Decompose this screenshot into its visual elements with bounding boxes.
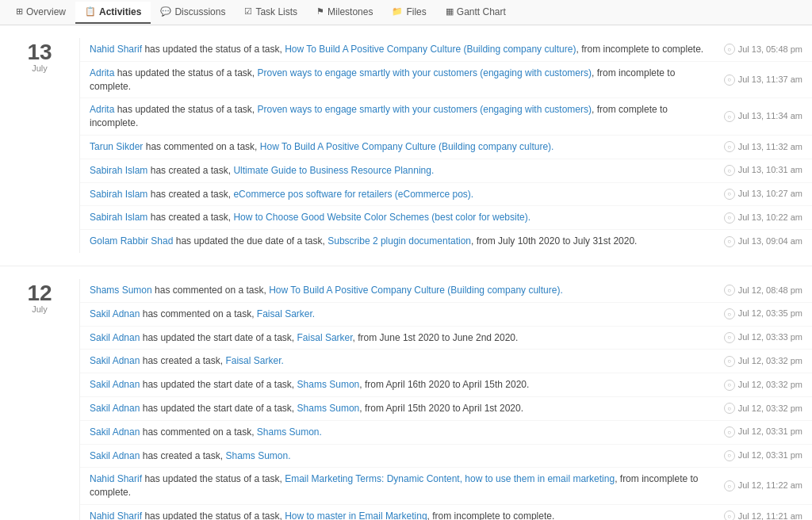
activity-time: ○Jul 13, 11:32 am xyxy=(724,141,802,153)
activity-task-link[interactable]: How To Build A Positive Company Culture … xyxy=(269,285,563,296)
tab-gantt-chart[interactable]: ▦Gantt Chart xyxy=(436,2,515,24)
activity-item: Sakil Adnan has updated the start date o… xyxy=(80,397,812,421)
tab-overview[interactable]: ⊞Overview xyxy=(6,2,75,24)
activity-item: Nahid Sharif has updated the status of a… xyxy=(80,38,812,62)
activity-task-link[interactable]: Proven ways to engage smartly with your … xyxy=(257,104,592,115)
discussions-icon: 💬 xyxy=(160,6,171,17)
activity-task-link[interactable]: Subscribe 2 plugin documentation xyxy=(327,235,471,247)
activity-person-link[interactable]: Nahid Sharif xyxy=(90,510,142,520)
activity-task-link[interactable]: Ultimate Guide to Business Resource Plan… xyxy=(233,165,434,176)
activity-text: Nahid Sharif has updated the status of a… xyxy=(90,472,711,499)
time-text: Jul 12, 03:35 pm xyxy=(738,308,802,319)
activity-time: ○Jul 12, 11:21 am xyxy=(724,510,802,520)
time-text: Jul 12, 03:32 pm xyxy=(738,355,802,367)
files-icon: 📁 xyxy=(392,6,403,17)
time-text: Jul 13, 11:37 am xyxy=(738,74,802,86)
activity-item: Tarun Sikder has commented on a task, Ho… xyxy=(80,136,812,159)
day-number: 13 xyxy=(0,41,79,63)
activity-person-link[interactable]: Sakil Adnan xyxy=(90,403,140,414)
activity-text: Sakil Adnan has created a task, Faisal S… xyxy=(90,354,711,368)
activity-task-link[interactable]: Faisal Sarker. xyxy=(257,308,315,319)
activity-person-link[interactable]: Shams Sumon xyxy=(90,285,152,296)
activity-time: ○Jul 12, 03:35 pm xyxy=(724,308,802,319)
activity-item: Adrita has updated the status of a task,… xyxy=(80,62,812,99)
activity-person-link[interactable]: Sakil Adnan xyxy=(90,355,140,366)
clock-icon: ○ xyxy=(724,165,735,176)
time-text: Jul 12, 11:21 am xyxy=(738,510,802,520)
activity-task-link[interactable]: How to master in Email Marketing xyxy=(285,510,427,520)
time-text: Jul 13, 05:48 pm xyxy=(738,44,802,55)
activity-time: ○Jul 12, 03:33 pm xyxy=(724,331,802,343)
task-lists-icon: ☑ xyxy=(244,6,252,17)
activity-task-link[interactable]: Faisal Sarker xyxy=(297,332,353,343)
activity-person-link[interactable]: Sakil Adnan xyxy=(90,332,140,343)
time-text: Jul 12, 03:32 pm xyxy=(738,403,802,415)
time-text: Jul 13, 10:27 am xyxy=(738,188,802,200)
time-text: Jul 12, 08:48 pm xyxy=(738,285,802,296)
clock-icon: ○ xyxy=(724,236,735,247)
activity-task-link[interactable]: How To Build A Positive Company Culture … xyxy=(285,44,576,55)
content: 13JulyNahid Sharif has updated the statu… xyxy=(0,25,812,520)
overview-icon: ⊞ xyxy=(16,6,23,17)
activity-task-link[interactable]: Email Marketing Terms: Dynamic Content, … xyxy=(285,473,615,484)
activity-person-link[interactable]: Adrita xyxy=(90,67,114,78)
activity-text: Sakil Adnan has commented on a task, Fai… xyxy=(90,308,711,321)
activity-time: ○Jul 12, 11:22 am xyxy=(724,480,802,491)
time-text: Jul 12, 03:31 pm xyxy=(738,449,802,461)
activity-text: Sakil Adnan has commented on a task, Sha… xyxy=(90,426,711,439)
time-text: Jul 13, 09:04 am xyxy=(738,235,802,247)
tab-bar: ⊞Overview📋Activities💬Discussions☑Task Li… xyxy=(0,0,812,25)
clock-icon: ○ xyxy=(724,141,735,152)
milestones-icon: ⚑ xyxy=(316,6,324,17)
activity-item: Sabirah Islam has created a task, eComme… xyxy=(80,183,812,207)
tab-task-lists[interactable]: ☑Task Lists xyxy=(235,2,307,24)
activity-text: Adrita has updated the status of a task,… xyxy=(90,103,711,130)
day-group-0: 13JulyNahid Sharif has updated the statu… xyxy=(0,25,812,266)
activities-icon: 📋 xyxy=(85,6,96,17)
clock-icon: ○ xyxy=(724,356,735,367)
activity-task-link[interactable]: Faisal Sarker. xyxy=(225,355,283,366)
tab-discussions[interactable]: 💬Discussions xyxy=(151,2,235,24)
day-month: July xyxy=(0,304,79,314)
activity-person-link[interactable]: Sabirah Islam xyxy=(90,212,147,223)
day-group-1: 12JulyShams Sumon has commented on a tas… xyxy=(0,266,812,520)
activity-person-link[interactable]: Nahid Sharif xyxy=(90,473,142,484)
activity-person-link[interactable]: Adrita xyxy=(90,104,114,115)
activity-person-link[interactable]: Sabirah Islam xyxy=(90,165,147,176)
time-text: Jul 12, 03:33 pm xyxy=(738,331,802,343)
activity-task-link[interactable]: How To Build A Positive Company Culture … xyxy=(260,141,554,152)
activity-task-link[interactable]: Shams Sumon. xyxy=(257,426,322,438)
activity-time: ○Jul 13, 10:27 am xyxy=(724,188,802,200)
activity-task-link[interactable]: Shams Sumon. xyxy=(225,450,290,461)
activity-person-link[interactable]: Sakil Adnan xyxy=(90,450,140,461)
gantt-chart-icon: ▦ xyxy=(446,6,454,17)
time-text: Jul 12, 03:31 pm xyxy=(738,426,802,438)
clock-icon: ○ xyxy=(724,332,735,343)
activity-text: Tarun Sikder has commented on a task, Ho… xyxy=(90,140,711,154)
tab-activities[interactable]: 📋Activities xyxy=(75,2,151,24)
activity-task-link[interactable]: Shams Sumon xyxy=(297,379,360,390)
activity-task-link[interactable]: How to Choose Good Website Color Schemes… xyxy=(233,212,530,223)
activities-list-1: Shams Sumon has commented on a task, How… xyxy=(79,279,812,520)
activity-person-link[interactable]: Sabirah Islam xyxy=(90,189,147,200)
activity-person-link[interactable]: Tarun Sikder xyxy=(90,141,143,152)
tab-files[interactable]: 📁Files xyxy=(382,2,435,24)
activity-task-link[interactable]: Proven ways to engage smartly with your … xyxy=(257,67,592,78)
activity-task-link[interactable]: Shams Sumon xyxy=(297,403,360,414)
activity-text: Sabirah Islam has created a task, How to… xyxy=(90,211,711,224)
activity-task-link[interactable]: eCommerce pos software for retailers (eC… xyxy=(233,189,473,200)
activity-text: Sakil Adnan has created a task, Shams Su… xyxy=(90,449,711,463)
activity-person-link[interactable]: Sakil Adnan xyxy=(90,426,140,438)
activity-item: Sakil Adnan has commented on a task, Fai… xyxy=(80,303,812,327)
activity-time: ○Jul 13, 11:37 am xyxy=(724,74,802,86)
activity-time: ○Jul 13, 10:22 am xyxy=(724,212,802,224)
clock-icon: ○ xyxy=(724,480,735,491)
tab-milestones[interactable]: ⚑Milestones xyxy=(307,2,382,24)
activity-item: Sakil Adnan has created a task, Faisal S… xyxy=(80,350,812,373)
time-text: Jul 13, 11:32 am xyxy=(738,141,802,153)
day-label-0: 13July xyxy=(0,38,79,253)
activity-person-link[interactable]: Nahid Sharif xyxy=(90,44,142,55)
activity-person-link[interactable]: Sakil Adnan xyxy=(90,379,140,390)
activity-person-link[interactable]: Golam Rabbir Shad xyxy=(90,235,173,247)
activity-person-link[interactable]: Sakil Adnan xyxy=(90,308,140,319)
